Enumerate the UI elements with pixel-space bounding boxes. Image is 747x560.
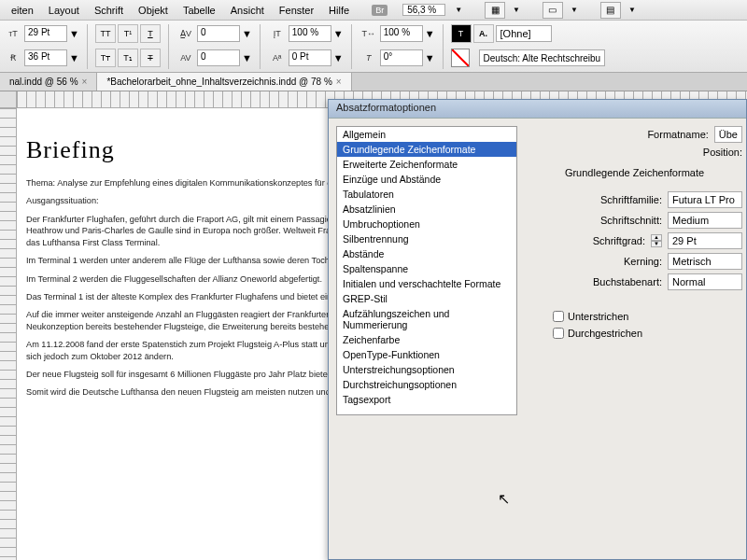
vertical-ruler[interactable] <box>0 108 17 560</box>
baseline-icon: Aª <box>268 49 287 67</box>
smallcaps-button[interactable]: Tᴛ <box>95 49 116 67</box>
menu-bar: eiten Layout Schrift Objekt Tabelle Ansi… <box>0 0 747 21</box>
kerning-icon: A̲V <box>176 24 195 43</box>
zoom-level[interactable]: 56,3 % ▼ <box>402 4 470 16</box>
menu-item[interactable]: Layout <box>41 5 87 16</box>
category-list[interactable]: AllgemeinGrundlegende ZeichenformateErwe… <box>336 126 517 415</box>
arrange-icon[interactable]: ▤ <box>600 2 621 19</box>
subscript-button[interactable]: T₁ <box>118 49 138 67</box>
allcaps-button[interactable]: TT <box>95 24 116 43</box>
position-label: Position: <box>703 147 742 158</box>
hscale-input[interactable]: 100 % <box>380 25 423 42</box>
chevron-down-icon[interactable]: ▼ <box>621 6 643 14</box>
tracking-input[interactable]: 0 <box>197 49 240 66</box>
kerning-input[interactable]: 0 <box>197 25 240 42</box>
category-item[interactable]: Tagsexport <box>337 392 516 407</box>
checkbox-icon[interactable] <box>553 311 564 322</box>
font-size-input[interactable]: 29 Pt <box>24 25 67 42</box>
chevron-down-icon[interactable]: ▼ <box>563 6 585 14</box>
underline-button[interactable]: T <box>140 24 161 43</box>
zoom-input[interactable]: 56,3 % <box>402 4 445 16</box>
size-stepper[interactable]: ▲▼ <box>651 234 662 247</box>
category-item[interactable]: GREP-Stil <box>337 291 516 306</box>
category-item[interactable]: Durchstreichungsoptionen <box>337 377 516 392</box>
leading-input[interactable]: 36 Pt <box>24 49 67 66</box>
category-item[interactable]: Grundlegende Zeichenformate <box>337 142 516 157</box>
tracking-icon: AV <box>176 49 195 67</box>
formatname-input[interactable]: Übe <box>714 126 742 143</box>
category-item[interactable]: Abstände <box>337 246 516 261</box>
tab-label: *Bachelorarbeit_ohne_Inhaltsverzeichnis.… <box>106 77 331 87</box>
menu-item[interactable]: Objekt <box>131 5 176 16</box>
category-item[interactable]: Umbruchoptionen <box>337 217 516 231</box>
superscript-button[interactable]: T¹ <box>118 24 138 43</box>
paragraph-style-options-dialog: Absatzformatoptionen AllgemeinGrundlegen… <box>328 99 747 560</box>
document-tabs: nal.indd @ 56 % × *Bachelorarbeit_ohne_I… <box>0 73 747 91</box>
case-label: Buchstabenart: <box>593 276 662 287</box>
chevron-down-icon[interactable]: ▼ <box>242 28 252 39</box>
menu-item[interactable]: Hilfe <box>321 5 357 16</box>
strikethrough-checkbox[interactable]: Durchgestrichen <box>553 328 742 339</box>
menu-item[interactable]: Fenster <box>272 5 321 16</box>
bridge-icon[interactable]: Br <box>372 5 388 16</box>
none-swatch-icon[interactable] <box>451 49 470 67</box>
underline-label: Unterstrichen <box>568 311 628 322</box>
kerning-dropdown[interactable]: Metrisch <box>668 253 742 270</box>
char-style-value: [Ohne] <box>500 28 531 39</box>
skew-input[interactable]: 0° <box>380 49 423 66</box>
view-options-icon[interactable]: ▦ <box>485 2 505 19</box>
baseline-input[interactable]: 0 Pt <box>289 49 331 66</box>
category-item[interactable]: Absatzlinien <box>337 202 516 217</box>
language-dropdown[interactable]: Deutsch: Alte Rechtschreibu <box>479 49 606 66</box>
dialog-title: Absatzformatoptionen <box>329 100 746 119</box>
document-tab[interactable]: nal.indd @ 56 % × <box>0 73 97 91</box>
case-dropdown[interactable]: Normal <box>668 273 742 290</box>
chevron-down-icon[interactable]: ▼ <box>425 28 435 39</box>
hscale-icon: T↔ <box>359 24 378 43</box>
menu-item[interactable]: Schrift <box>87 5 131 16</box>
chevron-down-icon[interactable]: ▼ <box>333 28 344 39</box>
checkbox-icon[interactable] <box>553 328 564 339</box>
chevron-down-icon[interactable]: ▼ <box>69 28 79 39</box>
category-item[interactable]: Spaltenspanne <box>337 261 516 276</box>
vscale-input[interactable]: 100 % <box>289 25 331 42</box>
ruler-origin[interactable] <box>0 91 17 108</box>
category-item[interactable]: Silbentrennung <box>337 231 516 246</box>
document-tab[interactable]: *Bachelorarbeit_ohne_Inhaltsverzeichnis.… <box>97 73 351 91</box>
close-icon[interactable]: × <box>82 77 88 87</box>
language-value: Deutsch: Alte Rechtschreibu <box>484 53 601 63</box>
formatname-label: Formatname: <box>647 129 708 140</box>
chevron-down-icon[interactable]: ▼ <box>69 52 79 63</box>
chevron-down-icon[interactable]: ▼ <box>447 6 470 14</box>
kerning-label: Kerning: <box>624 256 662 267</box>
category-item[interactable]: Erweiterte Zeichenformate <box>337 157 516 172</box>
category-item[interactable]: Unterstreichungsoptionen <box>337 362 516 377</box>
chevron-down-icon[interactable]: ▼ <box>425 52 435 63</box>
category-item[interactable]: Initialen und verschachtelte Formate <box>337 276 516 291</box>
category-item[interactable]: Einzüge und Abstände <box>337 172 516 187</box>
strikethrough-button[interactable]: T <box>140 49 161 67</box>
category-item[interactable]: Zeichenfarbe <box>337 332 516 347</box>
close-icon[interactable]: × <box>336 77 342 87</box>
font-family-dropdown[interactable]: Futura LT Pro <box>668 191 742 208</box>
vscale-icon: ĮT <box>268 24 287 43</box>
menu-item[interactable]: Ansicht <box>223 5 272 16</box>
font-style-dropdown[interactable]: Medium <box>668 212 742 229</box>
skew-icon: T <box>359 49 378 67</box>
font-size-dropdown[interactable]: 29 Pt <box>668 232 742 249</box>
char-style-dropdown[interactable]: [Ohne] <box>496 25 552 42</box>
screen-mode-icon[interactable]: ▭ <box>543 2 563 19</box>
menu-item[interactable]: eiten <box>4 5 41 16</box>
category-item[interactable]: OpenType-Funktionen <box>337 347 516 362</box>
chevron-down-icon[interactable]: ▼ <box>242 52 252 63</box>
category-item[interactable]: Aufzählungszeichen und Nummerierung <box>337 306 516 332</box>
chevron-down-icon[interactable]: ▼ <box>505 6 528 14</box>
underline-checkbox[interactable]: Unterstrichen <box>553 311 742 322</box>
char-style-a-icon[interactable]: A. <box>473 24 494 43</box>
fill-text-icon[interactable]: T <box>451 24 472 43</box>
category-item[interactable]: Tabulatoren <box>337 187 516 202</box>
font-size-label: Schriftgrad: <box>593 235 645 246</box>
chevron-down-icon[interactable]: ▼ <box>333 52 344 63</box>
category-item[interactable]: Allgemein <box>337 127 516 142</box>
menu-item[interactable]: Tabelle <box>176 5 223 16</box>
